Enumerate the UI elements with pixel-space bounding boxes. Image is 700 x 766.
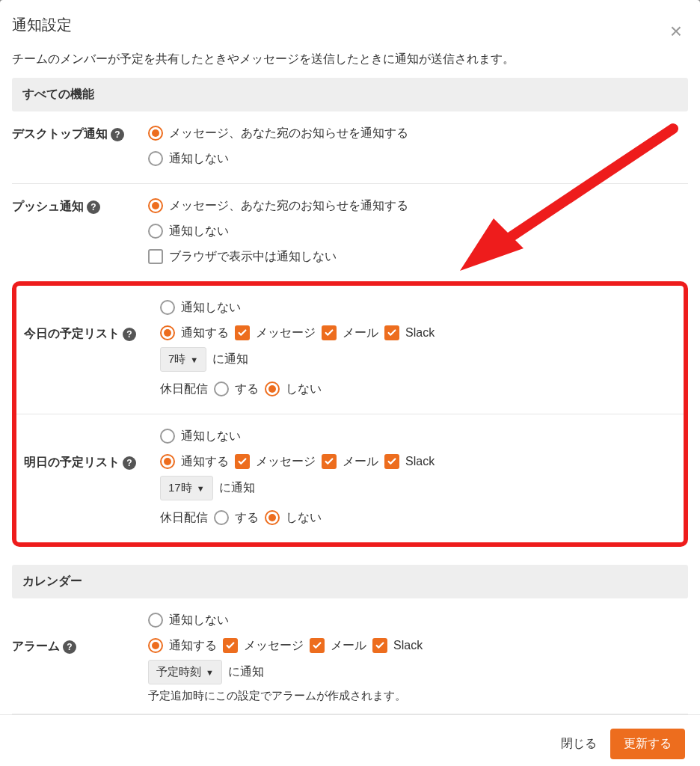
desktop-label: デスクトップ通知 xyxy=(12,126,108,142)
today-chk-mail-label: メール xyxy=(343,325,378,341)
radio-tomorrow-notify[interactable] xyxy=(160,454,175,469)
push-opt-browser: ブラウザで表示中は通知しない xyxy=(169,249,337,265)
tomorrow-holiday-no: しない xyxy=(286,510,322,526)
tomorrow-chk-mail-label: メール xyxy=(343,454,378,470)
radio-tomorrow-none[interactable] xyxy=(160,429,175,444)
today-label: 今日の予定リスト xyxy=(24,326,120,342)
select-alarm-time[interactable]: 予定時刻 ▼ xyxy=(148,660,222,684)
chevron-down-icon: ▼ xyxy=(206,668,214,677)
today-opt-notify: 通知する xyxy=(181,325,229,341)
checkbox-tomorrow-mail[interactable] xyxy=(322,454,337,469)
checkbox-alarm-slack[interactable] xyxy=(372,638,387,653)
modal-description: チームのメンバーが予定を共有したときやメッセージを送信したときに通知が送信されま… xyxy=(12,52,688,67)
alarm-opt-none: 通知しない xyxy=(169,613,229,628)
row-alarm: アラーム ? 通知しない 通知する メッセージ メール Slack xyxy=(12,598,688,714)
notification-settings-modal: × 通知設定 チームのメンバーが予定を共有したときやメッセージを送信したときに通… xyxy=(0,0,700,766)
push-opt-none: 通知しない xyxy=(169,224,229,239)
section-header-calendar: カレンダー xyxy=(12,565,688,598)
today-holiday-yes: する xyxy=(235,382,259,397)
checkbox-push-browser[interactable] xyxy=(148,249,163,264)
alarm-chk-slack-label: Slack xyxy=(393,639,423,652)
close-icon[interactable]: × xyxy=(670,21,682,42)
help-icon[interactable]: ? xyxy=(63,640,76,654)
checkbox-alarm-mail[interactable] xyxy=(310,638,325,653)
tomorrow-opt-none: 通知しない xyxy=(181,429,241,444)
radio-alarm-notify[interactable] xyxy=(148,638,163,653)
close-button[interactable]: 閉じる xyxy=(561,736,597,752)
tomorrow-label: 明日の予定リスト xyxy=(24,455,120,471)
select-alarm-time-value: 予定時刻 xyxy=(156,665,201,679)
radio-push-notify[interactable] xyxy=(148,198,163,213)
help-icon[interactable]: ? xyxy=(123,328,136,341)
alarm-time-suffix: に通知 xyxy=(228,664,264,680)
checkbox-today-message[interactable] xyxy=(235,325,250,340)
radio-tomorrow-holiday-no[interactable] xyxy=(265,510,280,525)
checkbox-today-mail[interactable] xyxy=(322,325,337,340)
select-today-time-value: 7時 xyxy=(168,352,185,367)
update-button[interactable]: 更新する xyxy=(610,729,685,759)
today-holiday-no: しない xyxy=(286,382,322,397)
today-holiday-label: 休日配信 xyxy=(160,382,208,397)
desktop-opt-notify: メッセージ、あなた宛のお知らせを通知する xyxy=(169,126,408,141)
row-today-list: 今日の予定リスト ? 通知しない 通知する メッセージ メール xyxy=(16,286,684,414)
tomorrow-holiday-label: 休日配信 xyxy=(160,510,208,526)
desktop-opt-none: 通知しない xyxy=(169,151,229,167)
row-desktop-notification: デスクトップ通知 ? メッセージ、あなた宛のお知らせを通知する 通知しない xyxy=(12,111,688,184)
select-tomorrow-time-value: 17時 xyxy=(168,481,192,495)
radio-desktop-none[interactable] xyxy=(148,151,163,166)
help-icon[interactable]: ? xyxy=(87,200,100,214)
alarm-note: 予定追加時にこの設定でアラームが作成されます。 xyxy=(148,689,688,703)
tomorrow-time-suffix: に通知 xyxy=(219,480,255,496)
help-icon[interactable]: ? xyxy=(111,128,124,141)
chevron-down-icon: ▼ xyxy=(190,355,198,364)
alarm-opt-notify: 通知する xyxy=(169,638,217,654)
radio-today-notify[interactable] xyxy=(160,325,175,340)
push-opt-notify: メッセージ、あなた宛のお知らせを通知する xyxy=(169,198,408,214)
today-chk-slack-label: Slack xyxy=(405,326,435,340)
modal-footer: 閉じる 更新する xyxy=(0,714,700,766)
help-icon[interactable]: ? xyxy=(123,456,136,470)
checkbox-tomorrow-slack[interactable] xyxy=(384,454,399,469)
tomorrow-chk-slack-label: Slack xyxy=(405,455,435,468)
radio-alarm-none[interactable] xyxy=(148,613,163,628)
alarm-chk-mail-label: メール xyxy=(331,638,366,654)
checkbox-tomorrow-message[interactable] xyxy=(235,454,250,469)
radio-today-holiday-no[interactable] xyxy=(265,382,280,396)
radio-desktop-notify[interactable] xyxy=(148,126,163,141)
chevron-down-icon: ▼ xyxy=(197,484,205,493)
tomorrow-holiday-yes: する xyxy=(235,510,259,526)
today-time-suffix: に通知 xyxy=(212,352,248,367)
highlight-annotation: 今日の予定リスト ? 通知しない 通知する メッセージ メール xyxy=(12,281,688,547)
checkbox-today-slack[interactable] xyxy=(384,325,399,340)
radio-tomorrow-holiday-yes[interactable] xyxy=(214,510,229,525)
modal-title: 通知設定 xyxy=(12,15,688,35)
radio-today-holiday-yes[interactable] xyxy=(214,382,229,396)
tomorrow-chk-message-label: メッセージ xyxy=(256,454,316,470)
checkbox-alarm-message[interactable] xyxy=(223,638,238,653)
row-tomorrow-list: 明日の予定リスト ? 通知しない 通知する メッセージ メール xyxy=(16,414,684,542)
section-header-all: すべての機能 xyxy=(12,78,688,111)
push-label: プッシュ通知 xyxy=(12,199,84,215)
alarm-chk-message-label: メッセージ xyxy=(244,638,304,654)
radio-today-none[interactable] xyxy=(160,300,175,315)
radio-push-none[interactable] xyxy=(148,224,163,239)
row-push-notification: プッシュ通知 ? メッセージ、あなた宛のお知らせを通知する 通知しない ブラウザ… xyxy=(12,184,688,281)
alarm-label: アラーム xyxy=(12,639,60,655)
today-opt-none: 通知しない xyxy=(181,300,241,316)
tomorrow-opt-notify: 通知する xyxy=(181,454,229,470)
select-today-time[interactable]: 7時 ▼ xyxy=(160,347,206,372)
today-chk-message-label: メッセージ xyxy=(256,325,316,341)
select-tomorrow-time[interactable]: 17時 ▼ xyxy=(160,476,213,500)
